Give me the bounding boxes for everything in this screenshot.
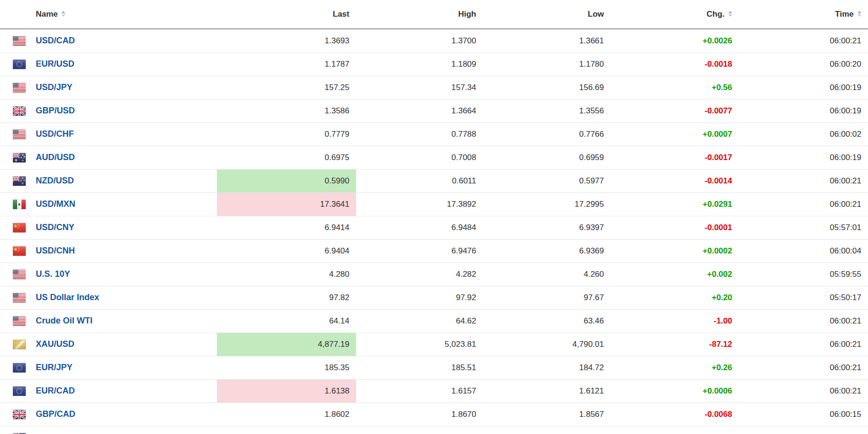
table-row: Crude Oil WTI64.1464.6263.46-1.0006:00:2… — [0, 310, 868, 333]
high-cell: 64.62 — [356, 310, 483, 333]
last-cell: 17.3641 — [217, 193, 356, 216]
instrument-link[interactable]: USD/CNY — [36, 223, 74, 232]
instrument-link[interactable]: U.S. 10Y — [36, 270, 70, 279]
low-cell: 1.8567 — [483, 403, 611, 426]
column-label: Chg. — [706, 10, 725, 19]
instrument-link[interactable]: US Dollar Index — [36, 293, 99, 303]
last-cell: 1.6138 — [217, 380, 356, 403]
column-header-high: High — [356, 0, 483, 29]
instrument-link[interactable]: GBP/USD — [36, 106, 75, 116]
low-cell: 4.260 — [483, 263, 611, 286]
high-cell: 185.51 — [356, 356, 483, 380]
last-cell: 1.3586 — [217, 100, 356, 123]
name-cell: US Dollar Index — [0, 286, 217, 310]
column-header-chg[interactable]: Chg. — [611, 0, 739, 29]
time-cell: 05:50:17 — [739, 286, 868, 310]
column-header-last: Last — [217, 0, 356, 29]
name-cell: USD/MXN — [0, 193, 217, 216]
table-row: U.S. 10Y4.2804.2824.260+0.00205:59:55 — [0, 263, 868, 286]
instrument-link[interactable]: USD/CNH — [36, 246, 75, 256]
low-cell: 0.5977 — [483, 170, 611, 193]
change-cell: -87.12 — [611, 333, 739, 356]
time-cell: 06:00:21 — [739, 356, 868, 380]
low-cell: 1.3556 — [483, 100, 611, 123]
instrument-link[interactable]: EUR/CAD — [36, 386, 75, 396]
gb-flag — [13, 106, 26, 116]
low-cell: 1.1780 — [483, 53, 611, 76]
time-cell: 06:00:21 — [739, 29, 868, 53]
name-cell: Crude Oil WTI — [0, 310, 217, 333]
rates-table-body: USD/CAD1.36931.37001.3661+0.002606:00:21… — [0, 29, 868, 434]
column-label: Time — [835, 10, 854, 19]
high-cell: 1.3700 — [356, 29, 483, 53]
instrument-link[interactable]: EUR/JPY — [36, 363, 72, 373]
instrument-link[interactable]: NZD/USD — [36, 176, 74, 186]
time-cell: 06:00:19 — [739, 146, 868, 170]
low-cell: 1.3661 — [483, 29, 611, 53]
column-header-time[interactable]: Time — [739, 0, 868, 29]
table-row: XAU/USD4,877.195,023.814,790.01-87.1206:… — [0, 333, 868, 356]
time-cell: 06:00:04 — [739, 240, 868, 263]
high-cell: 5,023.81 — [356, 333, 483, 356]
table-row: AUD/USD0.69750.70080.6959-0.001706:00:19 — [0, 146, 868, 170]
name-cell: GBP/CAD — [0, 403, 217, 426]
instrument-link[interactable]: Crude Oil WTI — [36, 316, 92, 326]
table-row: GBP/CAD1.86021.86701.8567-0.006806:00:15 — [0, 403, 868, 426]
change-cell: +0.0006 — [611, 380, 739, 403]
column-label: Last — [333, 10, 349, 19]
change-cell: -0.0012 — [611, 426, 739, 434]
name-cell: USD/CNY — [0, 216, 217, 240]
time-cell: 06:00:19 — [739, 100, 868, 123]
low-cell: 4,790.01 — [483, 333, 611, 356]
low-cell: 184.72 — [483, 356, 611, 380]
instrument-link[interactable]: GBP/CAD — [36, 410, 75, 419]
change-cell: -1.00 — [611, 310, 739, 333]
last-cell: 157.25 — [217, 76, 356, 100]
instrument-link[interactable]: USD/CAD — [36, 36, 75, 46]
high-cell: 6.9476 — [356, 240, 483, 263]
time-cell: 06:00:21 — [739, 380, 868, 403]
high-cell: 0.9573 — [356, 426, 483, 434]
us-flag — [13, 316, 26, 326]
name-cell: EUR/CAD — [0, 380, 217, 403]
low-cell: 1.6121 — [483, 380, 611, 403]
high-cell: 0.7788 — [356, 123, 483, 146]
high-cell: 4.282 — [356, 263, 483, 286]
last-cell: 0.7779 — [217, 123, 356, 146]
last-cell: 0.9549 — [217, 426, 356, 434]
instrument-link[interactable]: USD/JPY — [36, 83, 72, 92]
change-cell: -0.0018 — [611, 53, 739, 76]
table-header: Name Last High Low Chg. Time — [0, 0, 868, 29]
change-cell: -0.0077 — [611, 100, 739, 123]
high-cell: 0.6011 — [356, 170, 483, 193]
change-cell: -0.0014 — [611, 170, 739, 193]
time-cell: 06:00:21 — [739, 333, 868, 356]
high-cell: 1.6157 — [356, 380, 483, 403]
change-cell: +0.56 — [611, 76, 739, 100]
au-flag — [13, 153, 26, 162]
cn-flag — [13, 246, 26, 256]
instrument-link[interactable]: USD/CHF — [36, 130, 74, 139]
column-header-name[interactable]: Name — [0, 0, 217, 29]
eu-flag — [13, 60, 26, 69]
sort-icon — [858, 11, 861, 17]
name-cell: USD/JPY — [0, 76, 217, 100]
table-row: EUR/JPY185.35185.51184.72+0.2606:00:21 — [0, 356, 868, 380]
low-cell: 0.9521 — [483, 426, 611, 434]
time-cell: 06:00:21 — [739, 170, 868, 193]
instrument-link[interactable]: AUD/USD — [36, 153, 75, 162]
low-cell: 0.6959 — [483, 146, 611, 170]
table-row: USD/CAD1.36931.37001.3661+0.002606:00:21 — [0, 29, 868, 53]
name-cell: EUR/USD — [0, 53, 217, 76]
change-cell: +0.20 — [611, 286, 739, 310]
name-cell: U.S. 10Y — [0, 263, 217, 286]
column-label: Low — [588, 10, 604, 19]
time-cell: 06:00:21 — [739, 310, 868, 333]
last-cell: 6.9414 — [217, 216, 356, 240]
instrument-link[interactable]: EUR/USD — [36, 60, 74, 69]
high-cell: 1.1809 — [356, 53, 483, 76]
table-row: EUR/CAD1.61381.61571.6121+0.000606:00:21 — [0, 380, 868, 403]
instrument-link[interactable]: XAU/USD — [36, 340, 74, 349]
instrument-link[interactable]: USD/MXN — [36, 200, 75, 209]
name-cell: EUR/JPY — [0, 356, 217, 380]
